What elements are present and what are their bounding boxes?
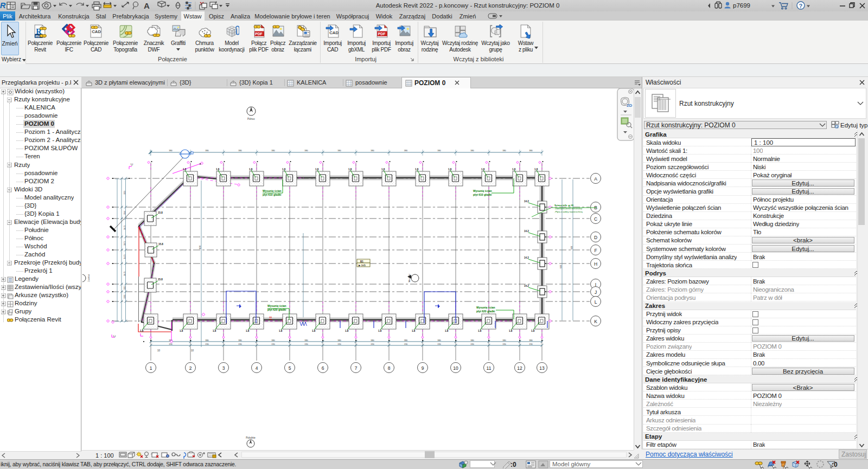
svg-text:8: 8 (388, 365, 391, 371)
svg-text:C: C (594, 216, 597, 222)
svg-text:płyt 610 gładki: płyt 610 gładki (473, 193, 492, 196)
svg-text:J: J (595, 290, 597, 295)
svg-text:płyt 620 gładki: płyt 620 gładki (476, 310, 495, 313)
svg-text:190: 190 (205, 343, 209, 345)
svg-text:380: 380 (470, 339, 474, 342)
svg-text:1.8: 1.8 (415, 168, 419, 171)
svg-text:190: 190 (404, 343, 408, 345)
svg-text:1.8: 1.8 (249, 168, 253, 171)
svg-text:380: 380 (529, 149, 533, 152)
svg-text:Południe: Południe (246, 436, 256, 439)
svg-text:1.8: 1.8 (534, 168, 538, 171)
svg-text:113: 113 (123, 190, 126, 194)
svg-text:7: 7 (355, 365, 358, 371)
svg-text:1.8: 1.8 (481, 168, 485, 171)
svg-text:380: 380 (502, 149, 506, 152)
svg-text:380: 380 (404, 339, 408, 342)
svg-text:380: 380 (337, 149, 341, 152)
svg-text:1.8: 1.8 (512, 168, 516, 171)
svg-text:1.8: 1.8 (216, 168, 220, 171)
svg-text:14.5: 14.5 (123, 271, 126, 276)
svg-text:H: H (594, 261, 597, 267)
svg-text:płyt 610 gładki: płyt 610 gładki (263, 193, 282, 196)
svg-text:Wysunię ścian: Wysunię ścian (267, 304, 286, 307)
svg-text:Wysunię ścian: Wysunię ścian (476, 306, 495, 309)
svg-text:134: 134 (123, 210, 126, 215)
svg-text:611: 611 (570, 246, 573, 249)
svg-text:380: 380 (205, 339, 209, 342)
svg-text:Wysunię ścian: Wysunię ścian (263, 189, 282, 192)
svg-text:Wschód: Wschód (408, 274, 411, 282)
svg-text:15.8: 15.8 (158, 211, 163, 214)
svg-text:190: 190 (470, 343, 474, 345)
svg-text:1.8: 1.8 (180, 330, 183, 332)
svg-text:111: 111 (123, 286, 126, 290)
svg-text:4: 4 (256, 365, 258, 371)
svg-text:▶ żelb: ▶ żelb (359, 264, 366, 267)
svg-text:1.8: 1.8 (509, 330, 513, 332)
svg-text:380: 380 (205, 149, 209, 152)
svg-text:Ściana żelb. gr 20: Ściana żelb. gr 20 (554, 204, 574, 207)
svg-text:1.8: 1.8 (348, 168, 352, 171)
svg-text:-Płyta z awbry nawierzchnią: -Płyta z awbry nawierzchnią (554, 210, 583, 213)
svg-text:380: 380 (502, 339, 506, 342)
svg-text:2D: 2D (627, 103, 632, 108)
svg-text:10: 10 (453, 365, 458, 371)
svg-text:190: 190 (371, 343, 374, 345)
svg-text:300: 300 (199, 245, 201, 249)
svg-text:380: 380 (271, 149, 275, 152)
svg-text:K: K (594, 319, 597, 324)
svg-text:190: 190 (437, 343, 441, 345)
svg-text:C: C (113, 335, 116, 337)
svg-text:11.5: 11.5 (123, 241, 126, 246)
svg-text:1.8: 1.8 (246, 330, 250, 332)
svg-text:1.8: 1.8 (378, 330, 382, 332)
svg-text:?: ? (799, 3, 803, 9)
svg-text:5: 5 (289, 365, 291, 371)
svg-text:190: 190 (238, 343, 242, 345)
svg-text:I: I (595, 282, 596, 287)
svg-text:9: 9 (422, 365, 424, 371)
svg-text:C: C (130, 163, 133, 165)
svg-text:B: B (594, 205, 597, 210)
svg-text:380: 380 (529, 339, 533, 342)
svg-text:190: 190 (271, 343, 275, 345)
svg-text:1.8: 1.8 (312, 330, 316, 332)
svg-text:CAD: CAD (92, 29, 101, 34)
svg-text:1.8: 1.8 (445, 330, 449, 332)
svg-text:380: 380 (304, 339, 308, 342)
svg-text:380: 380 (371, 149, 374, 152)
svg-text:14.2: 14.2 (524, 230, 529, 233)
svg-text:380: 380 (238, 149, 242, 152)
svg-text:190: 190 (169, 343, 173, 345)
svg-text:380: 380 (271, 339, 275, 342)
svg-text:10: 10 (191, 349, 194, 352)
svg-text:14.5: 14.5 (123, 254, 126, 259)
svg-text:1.8: 1.8 (478, 330, 482, 332)
svg-text:13: 13 (539, 365, 545, 371)
svg-text:Wysunię ścian: Wysunię ścian (473, 189, 492, 192)
svg-text:CAD: CAD (329, 30, 339, 35)
svg-text:1: 1 (150, 365, 152, 371)
svg-text:1.8: 1.8 (315, 168, 319, 171)
svg-text:PDF: PDF (378, 32, 385, 36)
svg-text:380: 380 (404, 149, 408, 152)
svg-text:1.8: 1.8 (282, 168, 286, 171)
svg-text:380: 380 (437, 149, 441, 152)
svg-text:p7699: p7699 (733, 2, 750, 9)
svg-text:1.8: 1.8 (345, 330, 349, 332)
svg-text:1.8: 1.8 (279, 330, 283, 332)
svg-text:380: 380 (169, 149, 173, 152)
svg-text:15.8: 15.8 (158, 243, 163, 246)
svg-text:14.5: 14.5 (123, 225, 126, 230)
svg-text:B1: B1 (360, 260, 363, 263)
svg-text:1.8: 1.8 (140, 330, 144, 332)
svg-text:A: A (594, 176, 597, 182)
svg-text:2: 2 (189, 365, 192, 371)
svg-text:1.8: 1.8 (531, 330, 535, 332)
svg-text:15.8: 15.8 (158, 278, 163, 281)
svg-text:14.2: 14.2 (524, 285, 529, 287)
svg-text:D: D (594, 235, 597, 240)
svg-text:101: 101 (123, 294, 126, 299)
svg-text:190: 190 (304, 343, 308, 345)
